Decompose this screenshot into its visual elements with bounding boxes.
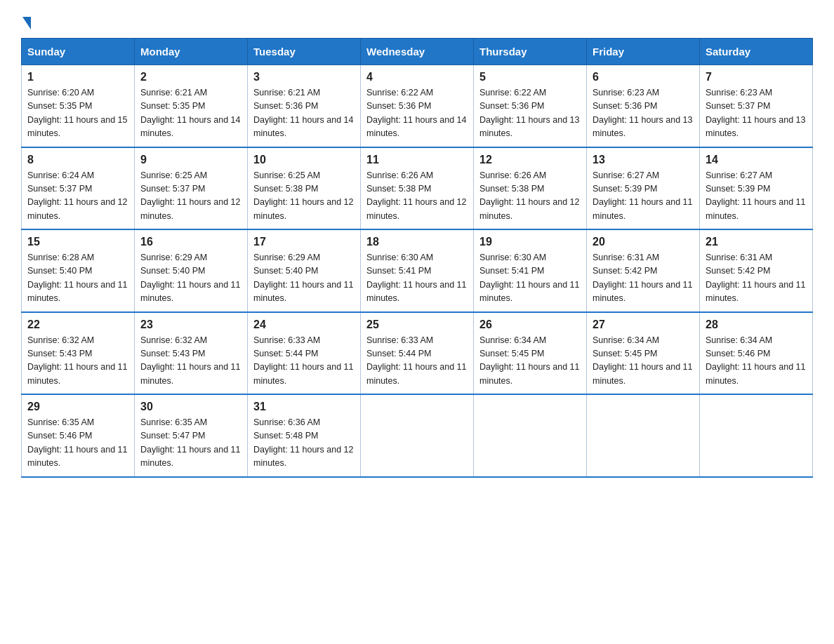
day-info: Sunrise: 6:35 AMSunset: 5:47 PMDaylight:… [140, 417, 240, 468]
day-info: Sunrise: 6:28 AMSunset: 5:40 PMDaylight:… [27, 253, 127, 303]
day-info: Sunrise: 6:26 AMSunset: 5:38 PMDaylight:… [366, 170, 466, 221]
day-number: 1 [27, 71, 128, 83]
day-info: Sunrise: 6:22 AMSunset: 5:36 PMDaylight:… [479, 88, 579, 138]
calendar-week-5: 29 Sunrise: 6:35 AMSunset: 5:46 PMDaylig… [22, 394, 813, 477]
day-number: 16 [140, 236, 241, 248]
day-info: Sunrise: 6:24 AMSunset: 5:37 PMDaylight:… [27, 170, 127, 221]
day-info: Sunrise: 6:35 AMSunset: 5:46 PMDaylight:… [27, 417, 127, 468]
day-number: 19 [479, 236, 581, 248]
day-info: Sunrise: 6:29 AMSunset: 5:40 PMDaylight:… [140, 253, 240, 303]
day-number: 21 [706, 236, 807, 248]
calendar-cell: 29 Sunrise: 6:35 AMSunset: 5:46 PMDaylig… [22, 394, 135, 477]
day-number: 12 [479, 154, 581, 166]
day-info: Sunrise: 6:36 AMSunset: 5:48 PMDaylight:… [253, 417, 353, 468]
calendar-cell: 25 Sunrise: 6:33 AMSunset: 5:44 PMDaylig… [361, 312, 474, 395]
calendar-week-2: 8 Sunrise: 6:24 AMSunset: 5:37 PMDayligh… [22, 147, 813, 230]
day-info: Sunrise: 6:32 AMSunset: 5:43 PMDaylight:… [27, 335, 127, 386]
day-info: Sunrise: 6:27 AMSunset: 5:39 PMDaylight:… [706, 170, 805, 221]
calendar-cell: 14 Sunrise: 6:27 AMSunset: 5:39 PMDaylig… [700, 147, 813, 230]
day-number: 11 [366, 154, 468, 166]
day-info: Sunrise: 6:23 AMSunset: 5:37 PMDaylight:… [706, 88, 805, 138]
page-header [21, 14, 813, 27]
day-info: Sunrise: 6:33 AMSunset: 5:44 PMDaylight:… [253, 335, 353, 386]
day-info: Sunrise: 6:27 AMSunset: 5:39 PMDaylight:… [593, 170, 692, 221]
calendar-cell: 18 Sunrise: 6:30 AMSunset: 5:41 PMDaylig… [361, 229, 474, 312]
day-number: 31 [253, 401, 355, 413]
logo-arrow-icon [22, 17, 31, 29]
day-number: 6 [593, 71, 694, 83]
calendar-week-4: 22 Sunrise: 6:32 AMSunset: 5:43 PMDaylig… [22, 312, 813, 395]
day-number: 18 [366, 236, 468, 248]
calendar-cell: 8 Sunrise: 6:24 AMSunset: 5:37 PMDayligh… [22, 147, 135, 230]
calendar-cell: 19 Sunrise: 6:30 AMSunset: 5:41 PMDaylig… [474, 229, 587, 312]
day-number: 23 [140, 318, 241, 331]
calendar-cell: 16 Sunrise: 6:29 AMSunset: 5:40 PMDaylig… [135, 229, 248, 312]
calendar-cell: 9 Sunrise: 6:25 AMSunset: 5:37 PMDayligh… [135, 147, 248, 230]
col-header-saturday: Saturday [700, 39, 813, 65]
day-info: Sunrise: 6:34 AMSunset: 5:45 PMDaylight:… [479, 335, 579, 386]
day-number: 3 [253, 71, 355, 83]
calendar-cell [361, 394, 474, 477]
calendar-cell: 17 Sunrise: 6:29 AMSunset: 5:40 PMDaylig… [248, 229, 361, 312]
day-info: Sunrise: 6:34 AMSunset: 5:45 PMDaylight:… [593, 335, 692, 386]
calendar-cell: 31 Sunrise: 6:36 AMSunset: 5:48 PMDaylig… [248, 394, 361, 477]
calendar-cell: 3 Sunrise: 6:21 AMSunset: 5:36 PMDayligh… [248, 65, 361, 147]
calendar-cell: 30 Sunrise: 6:35 AMSunset: 5:47 PMDaylig… [135, 394, 248, 477]
day-number: 15 [27, 236, 128, 248]
day-info: Sunrise: 6:33 AMSunset: 5:44 PMDaylight:… [366, 335, 466, 386]
day-number: 4 [366, 71, 468, 83]
calendar-cell: 22 Sunrise: 6:32 AMSunset: 5:43 PMDaylig… [22, 312, 135, 395]
day-info: Sunrise: 6:30 AMSunset: 5:41 PMDaylight:… [479, 253, 579, 303]
col-header-tuesday: Tuesday [248, 39, 361, 65]
day-info: Sunrise: 6:25 AMSunset: 5:37 PMDaylight:… [140, 170, 240, 221]
day-number: 27 [593, 318, 694, 331]
day-info: Sunrise: 6:30 AMSunset: 5:41 PMDaylight:… [366, 253, 466, 303]
calendar-cell: 15 Sunrise: 6:28 AMSunset: 5:40 PMDaylig… [22, 229, 135, 312]
calendar-cell [474, 394, 587, 477]
calendar-cell: 12 Sunrise: 6:26 AMSunset: 5:38 PMDaylig… [474, 147, 587, 230]
day-info: Sunrise: 6:21 AMSunset: 5:36 PMDaylight:… [253, 88, 353, 138]
day-info: Sunrise: 6:29 AMSunset: 5:40 PMDaylight:… [253, 253, 353, 303]
day-info: Sunrise: 6:22 AMSunset: 5:36 PMDaylight:… [366, 88, 466, 138]
logo [21, 14, 31, 27]
calendar-cell: 2 Sunrise: 6:21 AMSunset: 5:35 PMDayligh… [135, 65, 248, 147]
day-number: 2 [140, 71, 241, 83]
calendar-cell: 1 Sunrise: 6:20 AMSunset: 5:35 PMDayligh… [22, 65, 135, 147]
day-number: 24 [253, 318, 355, 331]
calendar-cell: 11 Sunrise: 6:26 AMSunset: 5:38 PMDaylig… [361, 147, 474, 230]
day-number: 28 [706, 318, 807, 331]
day-info: Sunrise: 6:23 AMSunset: 5:36 PMDaylight:… [593, 88, 692, 138]
day-info: Sunrise: 6:25 AMSunset: 5:38 PMDaylight:… [253, 170, 353, 221]
day-info: Sunrise: 6:26 AMSunset: 5:38 PMDaylight:… [479, 170, 579, 221]
calendar-cell: 24 Sunrise: 6:33 AMSunset: 5:44 PMDaylig… [248, 312, 361, 395]
col-header-thursday: Thursday [474, 39, 587, 65]
col-header-wednesday: Wednesday [361, 39, 474, 65]
col-header-friday: Friday [587, 39, 700, 65]
calendar-cell [700, 394, 813, 477]
calendar-header: SundayMondayTuesdayWednesdayThursdayFrid… [22, 39, 813, 65]
day-number: 13 [593, 154, 694, 166]
day-info: Sunrise: 6:20 AMSunset: 5:35 PMDaylight:… [27, 88, 127, 138]
calendar-cell: 21 Sunrise: 6:31 AMSunset: 5:42 PMDaylig… [700, 229, 813, 312]
calendar-cell [587, 394, 700, 477]
day-number: 14 [706, 154, 807, 166]
day-number: 20 [593, 236, 694, 248]
calendar-cell: 13 Sunrise: 6:27 AMSunset: 5:39 PMDaylig… [587, 147, 700, 230]
day-number: 30 [140, 401, 241, 413]
calendar-cell: 27 Sunrise: 6:34 AMSunset: 5:45 PMDaylig… [587, 312, 700, 395]
day-info: Sunrise: 6:31 AMSunset: 5:42 PMDaylight:… [706, 253, 805, 303]
calendar-cell: 26 Sunrise: 6:34 AMSunset: 5:45 PMDaylig… [474, 312, 587, 395]
calendar-cell: 4 Sunrise: 6:22 AMSunset: 5:36 PMDayligh… [361, 65, 474, 147]
calendar-cell: 23 Sunrise: 6:32 AMSunset: 5:43 PMDaylig… [135, 312, 248, 395]
calendar-table: SundayMondayTuesdayWednesdayThursdayFrid… [21, 38, 813, 478]
calendar-week-1: 1 Sunrise: 6:20 AMSunset: 5:35 PMDayligh… [22, 65, 813, 147]
calendar-cell: 6 Sunrise: 6:23 AMSunset: 5:36 PMDayligh… [587, 65, 700, 147]
day-number: 29 [27, 401, 128, 413]
calendar-week-3: 15 Sunrise: 6:28 AMSunset: 5:40 PMDaylig… [22, 229, 813, 312]
day-info: Sunrise: 6:31 AMSunset: 5:42 PMDaylight:… [593, 253, 692, 303]
day-number: 9 [140, 154, 241, 166]
day-number: 10 [253, 154, 355, 166]
day-number: 25 [366, 318, 468, 331]
day-number: 7 [706, 71, 807, 83]
day-number: 26 [479, 318, 581, 331]
